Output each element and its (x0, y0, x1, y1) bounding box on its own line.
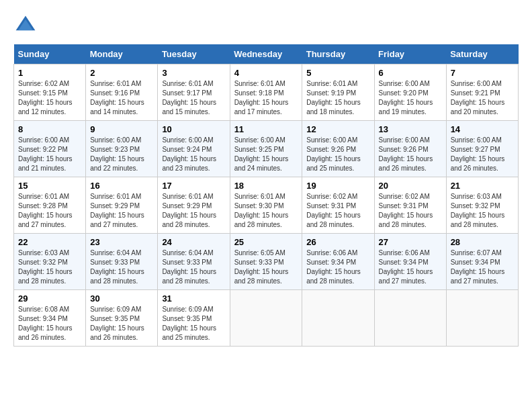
day-number: 27 (379, 237, 442, 247)
day-info: Sunrise: 6:06 AMSunset: 9:34 PMDaylight:… (306, 248, 369, 286)
calendar-cell: 19 Sunrise: 6:02 AMSunset: 9:31 PMDaylig… (302, 177, 374, 234)
calendar-cell: 9 Sunrise: 6:00 AMSunset: 9:23 PMDayligh… (86, 121, 158, 177)
day-info: Sunrise: 6:01 AMSunset: 9:30 PMDaylight:… (234, 192, 298, 230)
logo-icon (13, 13, 38, 38)
day-info: Sunrise: 6:00 AMSunset: 9:22 PMDaylight:… (18, 136, 81, 173)
day-info: Sunrise: 6:01 AMSunset: 9:29 PMDaylight:… (162, 192, 225, 230)
day-info: Sunrise: 6:01 AMSunset: 9:29 PMDaylight:… (90, 192, 153, 230)
calendar-cell (374, 290, 446, 347)
day-info: Sunrise: 6:02 AMSunset: 9:15 PMDaylight:… (18, 79, 81, 117)
day-number: 4 (234, 68, 298, 78)
day-number: 19 (306, 181, 369, 191)
day-number: 31 (162, 293, 225, 304)
col-header-saturday: Saturday (446, 44, 518, 64)
day-number: 17 (162, 181, 225, 191)
day-info: Sunrise: 6:04 AMSunset: 9:33 PMDaylight:… (162, 248, 225, 286)
calendar-cell: 24 Sunrise: 6:04 AMSunset: 9:33 PMDaylig… (158, 234, 230, 290)
week-row-1: 1 Sunrise: 6:02 AMSunset: 9:15 PMDayligh… (14, 64, 519, 121)
col-header-friday: Friday (374, 44, 446, 64)
calendar-cell: 3 Sunrise: 6:01 AMSunset: 9:17 PMDayligh… (158, 64, 230, 121)
day-info: Sunrise: 6:05 AMSunset: 9:33 PMDaylight:… (234, 248, 298, 286)
day-number: 28 (451, 237, 514, 247)
day-number: 18 (234, 181, 298, 191)
day-info: Sunrise: 6:09 AMSunset: 9:35 PMDaylight:… (162, 305, 225, 342)
week-row-4: 22 Sunrise: 6:03 AMSunset: 9:32 PMDaylig… (14, 234, 519, 290)
calendar-cell: 7 Sunrise: 6:00 AMSunset: 9:21 PMDayligh… (446, 64, 518, 121)
day-number: 3 (162, 68, 225, 78)
col-header-monday: Monday (86, 44, 158, 64)
day-info: Sunrise: 6:00 AMSunset: 9:27 PMDaylight:… (451, 136, 514, 173)
calendar-cell: 23 Sunrise: 6:04 AMSunset: 9:33 PMDaylig… (86, 234, 158, 290)
calendar-table: SundayMondayTuesdayWednesdayThursdayFrid… (13, 44, 519, 347)
day-number: 14 (451, 124, 514, 134)
calendar-cell: 20 Sunrise: 6:02 AMSunset: 9:31 PMDaylig… (374, 177, 446, 234)
day-info: Sunrise: 6:00 AMSunset: 9:20 PMDaylight:… (379, 79, 442, 117)
day-info: Sunrise: 6:03 AMSunset: 9:32 PMDaylight:… (451, 192, 514, 230)
calendar-cell: 12 Sunrise: 6:00 AMSunset: 9:26 PMDaylig… (302, 121, 374, 177)
day-number: 26 (306, 237, 369, 247)
calendar-cell: 6 Sunrise: 6:00 AMSunset: 9:20 PMDayligh… (374, 64, 446, 121)
logo (13, 13, 40, 38)
day-number: 23 (90, 237, 153, 247)
day-number: 6 (379, 68, 442, 78)
day-number: 25 (234, 237, 298, 247)
col-header-thursday: Thursday (302, 44, 374, 64)
calendar-cell: 28 Sunrise: 6:07 AMSunset: 9:34 PMDaylig… (446, 234, 518, 290)
week-row-3: 15 Sunrise: 6:01 AMSunset: 9:28 PMDaylig… (14, 177, 519, 234)
calendar-cell: 21 Sunrise: 6:03 AMSunset: 9:32 PMDaylig… (446, 177, 518, 234)
day-info: Sunrise: 6:00 AMSunset: 9:23 PMDaylight:… (90, 136, 153, 173)
calendar-cell: 2 Sunrise: 6:01 AMSunset: 9:16 PMDayligh… (86, 64, 158, 121)
calendar-cell: 30 Sunrise: 6:09 AMSunset: 9:35 PMDaylig… (86, 290, 158, 347)
calendar-cell: 1 Sunrise: 6:02 AMSunset: 9:15 PMDayligh… (14, 64, 86, 121)
calendar-cell: 26 Sunrise: 6:06 AMSunset: 9:34 PMDaylig… (302, 234, 374, 290)
calendar-cell: 10 Sunrise: 6:00 AMSunset: 9:24 PMDaylig… (158, 121, 230, 177)
day-info: Sunrise: 6:06 AMSunset: 9:34 PMDaylight:… (379, 248, 442, 286)
day-info: Sunrise: 6:04 AMSunset: 9:33 PMDaylight:… (90, 248, 153, 286)
page-header (13, 13, 519, 38)
day-info: Sunrise: 6:01 AMSunset: 9:16 PMDaylight:… (90, 79, 153, 117)
day-number: 29 (18, 293, 81, 304)
col-header-wednesday: Wednesday (230, 44, 302, 64)
day-info: Sunrise: 6:08 AMSunset: 9:34 PMDaylight:… (18, 305, 81, 342)
day-info: Sunrise: 6:09 AMSunset: 9:35 PMDaylight:… (90, 305, 153, 342)
day-info: Sunrise: 6:01 AMSunset: 9:28 PMDaylight:… (18, 192, 81, 230)
col-header-tuesday: Tuesday (158, 44, 230, 64)
day-info: Sunrise: 6:07 AMSunset: 9:34 PMDaylight:… (451, 248, 514, 286)
week-row-2: 8 Sunrise: 6:00 AMSunset: 9:22 PMDayligh… (14, 121, 519, 177)
day-info: Sunrise: 6:00 AMSunset: 9:26 PMDaylight:… (306, 136, 369, 173)
day-number: 2 (90, 68, 153, 78)
day-info: Sunrise: 6:01 AMSunset: 9:18 PMDaylight:… (234, 79, 298, 117)
day-info: Sunrise: 6:01 AMSunset: 9:17 PMDaylight:… (162, 79, 225, 117)
day-info: Sunrise: 6:00 AMSunset: 9:26 PMDaylight:… (379, 136, 442, 173)
calendar-cell: 16 Sunrise: 6:01 AMSunset: 9:29 PMDaylig… (86, 177, 158, 234)
day-info: Sunrise: 6:00 AMSunset: 9:21 PMDaylight:… (451, 79, 514, 117)
calendar-cell: 27 Sunrise: 6:06 AMSunset: 9:34 PMDaylig… (374, 234, 446, 290)
calendar-cell: 11 Sunrise: 6:00 AMSunset: 9:25 PMDaylig… (230, 121, 302, 177)
day-number: 9 (90, 124, 153, 134)
day-number: 10 (162, 124, 225, 134)
calendar-cell: 13 Sunrise: 6:00 AMSunset: 9:26 PMDaylig… (374, 121, 446, 177)
week-row-5: 29 Sunrise: 6:08 AMSunset: 9:34 PMDaylig… (14, 290, 519, 347)
calendar-cell (230, 290, 302, 347)
calendar-cell: 5 Sunrise: 6:01 AMSunset: 9:19 PMDayligh… (302, 64, 374, 121)
calendar-cell: 17 Sunrise: 6:01 AMSunset: 9:29 PMDaylig… (158, 177, 230, 234)
calendar-cell: 4 Sunrise: 6:01 AMSunset: 9:18 PMDayligh… (230, 64, 302, 121)
day-number: 22 (18, 237, 81, 247)
calendar-cell (446, 290, 518, 347)
calendar-cell: 22 Sunrise: 6:03 AMSunset: 9:32 PMDaylig… (14, 234, 86, 290)
day-number: 7 (451, 68, 514, 78)
day-info: Sunrise: 6:03 AMSunset: 9:32 PMDaylight:… (18, 248, 81, 286)
day-number: 12 (306, 124, 369, 134)
calendar-cell: 14 Sunrise: 6:00 AMSunset: 9:27 PMDaylig… (446, 121, 518, 177)
calendar-cell: 15 Sunrise: 6:01 AMSunset: 9:28 PMDaylig… (14, 177, 86, 234)
day-info: Sunrise: 6:02 AMSunset: 9:31 PMDaylight:… (379, 192, 442, 230)
calendar-cell: 8 Sunrise: 6:00 AMSunset: 9:22 PMDayligh… (14, 121, 86, 177)
day-number: 20 (379, 181, 442, 191)
day-number: 15 (18, 181, 81, 191)
day-info: Sunrise: 6:01 AMSunset: 9:19 PMDaylight:… (306, 79, 369, 117)
day-number: 30 (90, 293, 153, 304)
calendar-cell: 31 Sunrise: 6:09 AMSunset: 9:35 PMDaylig… (158, 290, 230, 347)
calendar-cell (302, 290, 374, 347)
day-number: 24 (162, 237, 225, 247)
col-header-sunday: Sunday (14, 44, 86, 64)
